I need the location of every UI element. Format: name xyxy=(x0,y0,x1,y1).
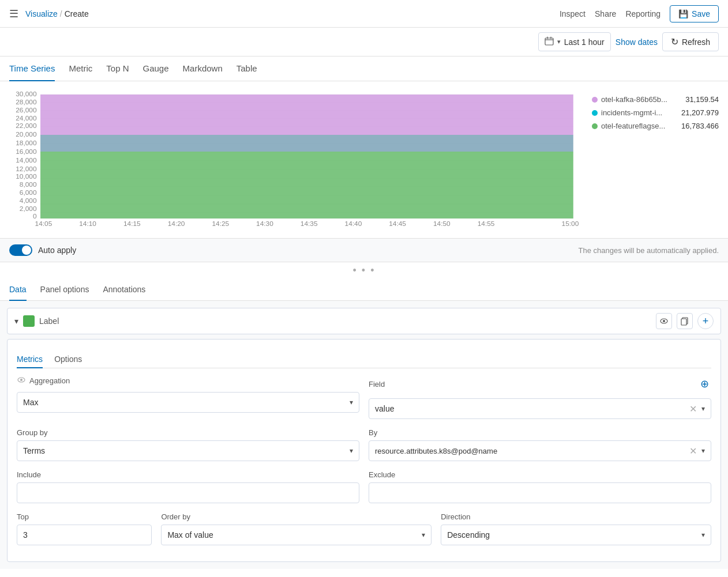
chart-container: 30,000 28,000 26,000 24,000 22,000 20,00… xyxy=(0,81,728,238)
direction-value: Descending xyxy=(447,530,490,540)
groupby-value: Terms xyxy=(23,446,45,455)
query-color-swatch[interactable] xyxy=(23,315,35,327)
svg-text:14:40: 14:40 xyxy=(345,220,362,227)
svg-text:14:25: 14:25 xyxy=(212,220,229,227)
svg-rect-0 xyxy=(545,38,553,45)
by-clear-button[interactable]: ✕ xyxy=(687,446,699,457)
tab-metric[interactable]: Metric xyxy=(69,56,92,81)
add-query-button[interactable]: + xyxy=(697,313,714,329)
share-link[interactable]: Share xyxy=(595,9,616,18)
svg-text:16,000: 16,000 xyxy=(16,148,36,155)
auto-apply-toggle[interactable] xyxy=(9,244,32,256)
panel-tabs: Data Panel options Annotations xyxy=(0,279,728,301)
save-icon: 💾 xyxy=(678,9,688,18)
svg-text:8,000: 8,000 xyxy=(20,181,37,188)
field-group: Field ⊕ value ✕ ▾ xyxy=(369,375,711,419)
query-actions: + xyxy=(656,313,714,329)
tab-time-series[interactable]: Time Series xyxy=(9,56,55,81)
field-clear-button[interactable]: ✕ xyxy=(687,403,699,414)
tab-top-n[interactable]: Top N xyxy=(106,56,129,81)
orderby-label: Order by xyxy=(161,512,431,521)
svg-text:14:50: 14:50 xyxy=(433,220,451,227)
breadcrumb-root[interactable]: Visualize xyxy=(25,9,58,18)
legend-value-2: 21,207.979 xyxy=(681,108,719,117)
svg-rect-34 xyxy=(40,135,573,152)
inner-tab-metrics[interactable]: Metrics xyxy=(17,351,43,368)
top-input[interactable] xyxy=(17,525,152,545)
inspect-link[interactable]: Inspect xyxy=(560,9,586,18)
time-picker[interactable]: ▾ Last 1 hour xyxy=(538,32,611,51)
refresh-button[interactable]: ↻ Refresh xyxy=(662,32,719,51)
auto-apply-bar: Auto apply The changes will be automatic… xyxy=(0,238,728,262)
aggregation-select[interactable]: Max ▾ xyxy=(17,392,359,413)
by-label: By xyxy=(369,428,711,437)
legend-dot-3 xyxy=(592,123,598,129)
query-collapse-button[interactable]: ▾ xyxy=(14,316,18,326)
tab-table[interactable]: Table xyxy=(237,56,257,81)
exclude-input[interactable] xyxy=(369,482,711,503)
tab-markdown[interactable]: Markdown xyxy=(183,56,223,81)
by-value-select[interactable]: resource.attributes.k8s@pod@name ✕ ▾ xyxy=(369,440,711,461)
aggregation-field-row: Aggregation Max ▾ Field ⊕ value ✕ ▾ xyxy=(17,375,711,419)
aggregation-eye-icon xyxy=(17,375,26,386)
field-value-select[interactable]: value ✕ ▾ xyxy=(369,398,711,419)
breadcrumb-current: Create xyxy=(65,9,89,18)
inner-tab-options[interactable]: Options xyxy=(54,351,82,368)
chart-svg: 30,000 28,000 26,000 24,000 22,000 20,00… xyxy=(9,90,583,229)
svg-text:14:55: 14:55 xyxy=(478,220,495,227)
top-label: Top xyxy=(17,512,152,521)
groupby-group: Group by Terms ▾ xyxy=(17,428,359,461)
legend-value-1: 31,159.54 xyxy=(685,95,719,104)
orderby-value: Max of value xyxy=(167,530,213,540)
svg-point-54 xyxy=(20,379,22,381)
groupby-select[interactable]: Terms ▾ xyxy=(17,440,359,461)
refresh-icon: ↻ xyxy=(671,36,678,47)
tab-data[interactable]: Data xyxy=(9,279,27,301)
reporting-link[interactable]: Reporting xyxy=(625,9,661,18)
include-input[interactable] xyxy=(17,482,359,503)
chart-wrapper: 30,000 28,000 26,000 24,000 22,000 20,00… xyxy=(9,90,583,229)
svg-text:20,000: 20,000 xyxy=(16,131,36,138)
orderby-chevron: ▾ xyxy=(422,531,425,539)
svg-rect-35 xyxy=(40,152,573,218)
direction-label: Direction xyxy=(441,512,711,521)
eye-button[interactable] xyxy=(656,313,672,329)
direction-select[interactable]: Descending ▾ xyxy=(441,525,711,545)
svg-text:26,000: 26,000 xyxy=(16,107,36,114)
copy-button[interactable] xyxy=(677,313,693,329)
orderby-select[interactable]: Max of value ▾ xyxy=(161,525,431,545)
legend-item-3: otel-featureflagse... 16,783.466 xyxy=(592,122,719,130)
menu-icon[interactable]: ☰ xyxy=(9,7,18,20)
tab-panel-options[interactable]: Panel options xyxy=(40,279,89,301)
nav-right: Inspect Share Reporting 💾 Save xyxy=(560,5,719,22)
direction-chevron: ▾ xyxy=(701,531,705,539)
show-dates-link[interactable]: Show dates xyxy=(616,37,658,47)
tab-gauge[interactable]: Gauge xyxy=(143,56,169,81)
legend-dot-2 xyxy=(592,110,598,116)
svg-text:10,000: 10,000 xyxy=(16,173,36,180)
svg-rect-33 xyxy=(40,95,573,135)
legend-label-2: incidents-mgmt-i... xyxy=(601,108,678,117)
tab-annotations[interactable]: Annotations xyxy=(103,279,145,301)
field-add-button[interactable]: ⊕ xyxy=(698,375,711,393)
query-header-row: ▾ Label + xyxy=(7,308,721,334)
aggregation-chevron: ▾ xyxy=(350,398,353,406)
svg-text:15:00: 15:00 xyxy=(562,220,579,227)
legend-label-1: otel-kafka-86b65b... xyxy=(601,95,682,104)
svg-text:22,000: 22,000 xyxy=(16,122,36,129)
svg-text:per 60 seconds: per 60 seconds xyxy=(281,228,332,229)
drag-handle[interactable]: • • • xyxy=(0,262,728,279)
save-button[interactable]: 💾 Save xyxy=(670,5,719,22)
svg-text:28,000: 28,000 xyxy=(16,99,36,105)
calendar-icon xyxy=(545,36,554,47)
groupby-chevron: ▾ xyxy=(350,447,353,455)
svg-text:14:15: 14:15 xyxy=(123,220,141,227)
query-inner-tabs: Metrics Options xyxy=(17,351,711,368)
breadcrumb: Visualize / Create xyxy=(25,9,89,18)
include-label: Include xyxy=(17,470,359,479)
svg-text:14,000: 14,000 xyxy=(16,157,36,164)
svg-text:2,000: 2,000 xyxy=(20,205,37,212)
svg-text:14:20: 14:20 xyxy=(168,220,185,227)
by-group: By resource.attributes.k8s@pod@name ✕ ▾ xyxy=(369,428,711,461)
svg-point-50 xyxy=(663,320,665,322)
